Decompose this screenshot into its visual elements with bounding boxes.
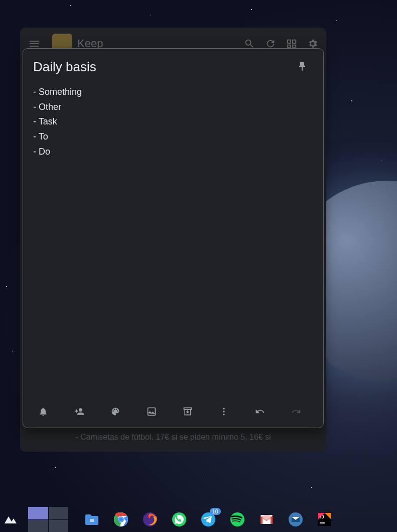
- background-options-button[interactable]: [104, 401, 126, 423]
- more-vert-icon: [219, 407, 229, 417]
- undo-button[interactable]: [249, 401, 271, 423]
- taskbar-apps: 10 IJ: [83, 511, 333, 528]
- search-icon[interactable]: [244, 38, 255, 49]
- spotify-app[interactable]: [229, 511, 246, 528]
- workspace-4[interactable]: [49, 520, 69, 533]
- gmail-icon: [258, 511, 275, 527]
- svg-rect-1: [293, 40, 296, 43]
- workspace-switcher[interactable]: [28, 507, 68, 532]
- refresh-icon[interactable]: [265, 38, 276, 49]
- workspace-2[interactable]: [49, 507, 69, 519]
- note-header: Daily basis: [23, 49, 323, 82]
- pin-icon: [296, 61, 308, 73]
- workspace-1[interactable]: [28, 507, 48, 519]
- list-view-icon[interactable]: [286, 38, 297, 49]
- person-add-icon: [74, 407, 84, 417]
- palette-icon: [110, 407, 120, 417]
- whatsapp-icon: [171, 511, 187, 527]
- note-toolbar: [23, 397, 323, 428]
- firefox-icon: [142, 511, 158, 527]
- svg-rect-5: [184, 408, 192, 410]
- svg-rect-3: [293, 45, 296, 48]
- taskbar: 10 IJ: [0, 507, 397, 532]
- firefox-app[interactable]: [142, 511, 159, 528]
- svg-rect-2: [288, 45, 291, 48]
- whatsapp-app[interactable]: [171, 511, 188, 528]
- intellij-app[interactable]: IJ: [316, 511, 333, 528]
- intellij-icon: IJ: [317, 511, 333, 527]
- redo-button: [285, 401, 307, 423]
- mountains-icon: [4, 514, 18, 524]
- svg-rect-4: [148, 408, 156, 416]
- remind-me-button[interactable]: [32, 401, 54, 423]
- note-line: - Task: [33, 114, 313, 129]
- spotify-icon: [229, 511, 245, 527]
- add-image-button[interactable]: [141, 401, 163, 423]
- svg-point-13: [119, 517, 123, 521]
- archive-button[interactable]: [177, 401, 199, 423]
- note-line: - Something: [33, 85, 313, 100]
- reminder-icon: [38, 407, 48, 417]
- undo-icon: [255, 407, 265, 417]
- svg-point-6: [223, 408, 224, 410]
- svg-rect-9: [90, 519, 94, 522]
- archive-icon: [183, 407, 193, 417]
- svg-rect-0: [288, 40, 291, 43]
- note-line: - Other: [33, 100, 313, 115]
- more-options-button[interactable]: [213, 401, 235, 423]
- note-line: - To: [33, 129, 313, 145]
- image-icon: [147, 407, 157, 417]
- collaborator-button[interactable]: [68, 401, 90, 423]
- telegram-app[interactable]: 10: [200, 511, 217, 528]
- background-note-preview: - Camisetas de fútbol. 17€ si se piden m…: [20, 433, 326, 442]
- redo-icon: [291, 407, 301, 417]
- svg-point-7: [223, 411, 224, 412]
- note-title-input[interactable]: Daily basis: [33, 59, 291, 75]
- pin-button[interactable]: [291, 56, 313, 78]
- chrome-icon: [113, 511, 129, 527]
- thunderbird-app[interactable]: [287, 511, 304, 528]
- files-app[interactable]: [83, 511, 100, 528]
- workspace-3[interactable]: [28, 520, 48, 533]
- thunderbird-icon: [288, 511, 304, 527]
- folder-icon: [84, 511, 100, 527]
- note-body-input[interactable]: - Something - Other - Task - To - Do: [23, 82, 323, 397]
- note-line: - Do: [33, 145, 313, 160]
- gmail-app[interactable]: [258, 511, 275, 528]
- chrome-app[interactable]: [112, 511, 129, 528]
- note-editor-modal: Daily basis - Something - Other - Task -…: [23, 48, 324, 428]
- settings-icon[interactable]: [307, 38, 318, 49]
- telegram-badge: 10: [210, 508, 221, 515]
- app-launcher-button[interactable]: [3, 513, 18, 525]
- svg-text:IJ: IJ: [320, 514, 324, 519]
- svg-rect-21: [320, 522, 325, 523]
- svg-point-8: [223, 414, 224, 415]
